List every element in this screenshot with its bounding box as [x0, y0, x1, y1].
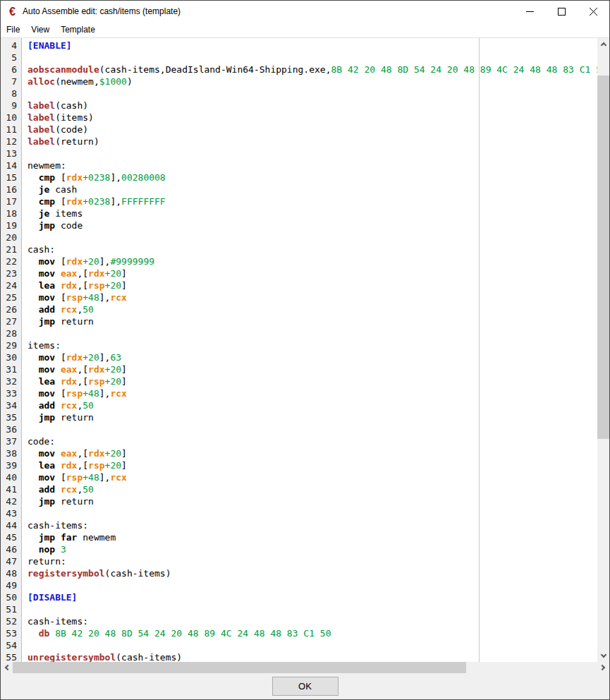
- code-token-sec: [DISABLE]: [28, 592, 77, 603]
- code-area[interactable]: [ENABLE]aobscanmodule(cash-items,DeadIsl…: [22, 38, 597, 662]
- code-token-reg: eax: [61, 268, 77, 279]
- code-line: je cash: [28, 183, 597, 195]
- line-number: 54: [1, 639, 17, 651]
- code-line: add rcx,50: [28, 303, 597, 315]
- code-token-pln: [55, 376, 61, 387]
- code-line: lea rdx,[rsp+20]: [28, 279, 597, 291]
- code-line: mov eax,[rdx+20]: [28, 447, 597, 459]
- code-token-mn: mov: [39, 268, 55, 279]
- minimize-button[interactable]: [514, 1, 546, 22]
- code-token-cmd: alloc: [28, 76, 55, 87]
- code-line: jmp return: [28, 411, 597, 423]
- code-token-pln: ,[: [77, 376, 88, 387]
- minimize-icon: [526, 8, 534, 16]
- code-token-pln: [28, 172, 39, 183]
- menu-item-view[interactable]: View: [25, 23, 55, 37]
- code-token-mn: lea: [39, 376, 55, 387]
- line-number: 45: [1, 531, 17, 543]
- code-token-pln: return: [55, 316, 94, 327]
- code-token-mn: lea: [39, 460, 55, 471]
- code-token-pln: cash: [49, 184, 77, 195]
- menu-item-template[interactable]: Template: [55, 23, 101, 37]
- code-token-pln: [28, 412, 39, 423]
- chevron-right-icon: [599, 665, 604, 670]
- code-token-num: +20: [105, 460, 121, 471]
- code-line: alloc(newmem,$1000): [28, 76, 597, 88]
- code-token-pln: ],: [99, 292, 111, 303]
- vertical-scroll-thumb[interactable]: [597, 76, 609, 439]
- vertical-scrollbar[interactable]: [597, 38, 609, 662]
- scroll-down-button[interactable]: [597, 650, 609, 662]
- code-token-cmd: db: [39, 628, 50, 639]
- code-line: mov [rdx+20],#9999999: [28, 255, 597, 267]
- line-number: 27: [1, 315, 17, 327]
- line-number: 37: [1, 435, 17, 447]
- horizontal-scroll-thumb[interactable]: [13, 662, 466, 673]
- scroll-right-button[interactable]: [597, 662, 609, 673]
- code-token-mn: mov: [39, 448, 55, 459]
- code-token-mn: add: [39, 304, 55, 315]
- code-line: aobscanmodule(cash-items,DeadIsland-Win6…: [28, 64, 597, 76]
- chevron-left-icon: [4, 665, 10, 670]
- code-token-pln: items: [49, 208, 83, 219]
- line-number: 25: [1, 291, 17, 303]
- code-token-pln: ]: [121, 364, 127, 375]
- code-token-pln: [28, 196, 39, 207]
- code-token-pln: [: [55, 352, 66, 363]
- code-token-mn: jmp: [39, 496, 55, 507]
- menu-item-file[interactable]: File: [1, 23, 25, 37]
- code-token-pln: [55, 280, 61, 291]
- maximize-button[interactable]: [546, 1, 578, 22]
- code-line: [28, 327, 597, 339]
- code-token-pln: ]: [121, 376, 127, 387]
- line-number: 28: [1, 327, 17, 339]
- code-line: [28, 579, 597, 591]
- code-token-reg: rdx: [88, 268, 104, 279]
- window-title: Auto Assemble edit: cash/items (template…: [23, 6, 181, 16]
- line-number: 53: [1, 627, 17, 639]
- code-line: lea rdx,[rsp+20]: [28, 459, 597, 471]
- code-token-pln: [55, 544, 61, 555]
- code-token-pln: [28, 388, 39, 399]
- code-token-pln: ]: [121, 448, 127, 459]
- line-number: 51: [1, 603, 17, 615]
- code-line: [28, 147, 597, 159]
- code-token-pln: ,[: [77, 364, 88, 375]
- scroll-up-button[interactable]: [597, 38, 609, 50]
- line-number: 31: [1, 363, 17, 375]
- code-token-pln: [28, 364, 39, 375]
- chevron-up-icon: [600, 42, 606, 47]
- code-token-pln: [28, 496, 39, 507]
- code-token-pln: cash-items:: [28, 520, 88, 531]
- line-number: 50: [1, 591, 17, 603]
- code-token-mn: nop: [39, 544, 55, 555]
- code-token-reg: rcx: [61, 484, 77, 495]
- code-token-mn: add: [39, 400, 55, 411]
- scroll-left-button[interactable]: [1, 662, 13, 673]
- code-token-pln: (cash-items): [116, 652, 182, 662]
- code-token-pln: [28, 256, 39, 267]
- code-token-num: 50: [83, 304, 94, 315]
- code-token-pln: [: [55, 196, 66, 207]
- code-token-num: +20: [105, 448, 121, 459]
- code-token-num: +0238: [83, 196, 110, 207]
- code-token-pln: [28, 472, 39, 483]
- code-token-reg: rsp: [66, 292, 83, 303]
- code-token-pln: [55, 268, 61, 279]
- code-token-pln: [55, 484, 61, 495]
- script-editor[interactable]: 4567891011121314151617181920212223242526…: [1, 37, 609, 662]
- code-token-pln: ],: [99, 472, 111, 483]
- code-token-cmd: unregistersymbol: [28, 652, 116, 662]
- code-token-pln: (cash-items,DeadIsland-Win64-Shipping.ex…: [99, 64, 331, 75]
- code-line: lea rdx,[rsp+20]: [28, 375, 597, 387]
- code-token-cmd: registersymbol: [28, 568, 105, 579]
- code-token-num: 8B 42 20 48 8D 54 24 20 48 89 4C 24 48 4…: [331, 64, 597, 75]
- auto-assemble-window: € Auto Assemble edit: cash/items (templa…: [0, 0, 610, 700]
- close-button[interactable]: [578, 1, 609, 22]
- code-token-cmd: aobscanmodule: [28, 64, 99, 75]
- horizontal-scrollbar[interactable]: [1, 662, 609, 673]
- ok-button[interactable]: OK: [272, 677, 338, 696]
- code-token-num: +20: [83, 256, 99, 267]
- line-number: 21: [1, 243, 17, 255]
- line-number: 4: [1, 40, 17, 52]
